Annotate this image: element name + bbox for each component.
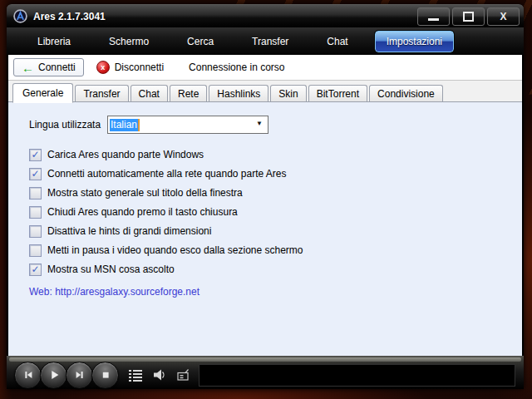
checkbox-label: Connetti automaticamente alla rete quand… [47, 168, 287, 180]
tab-generale[interactable]: Generale [12, 83, 73, 103]
check-icon: ✓ [31, 150, 39, 160]
minimize-icon [428, 18, 439, 21]
language-selected-value: Italian [110, 119, 140, 131]
general-settings-panel: Lingua utilizzata Italian ▼ ✓ Carica Are… [8, 102, 522, 356]
next-icon [73, 368, 86, 382]
maximize-button[interactable] [452, 7, 485, 26]
close-icon: X [500, 12, 506, 22]
connect-button[interactable]: ← Connetti [13, 58, 84, 76]
ares-logo-icon [13, 9, 27, 23]
close-button[interactable]: X [487, 7, 520, 26]
window-title: Ares 2.1.7.3041 [33, 11, 106, 22]
checkbox-label: Chiudi Ares quando premo il tasto chiusu… [47, 206, 238, 218]
check-icon: ✓ [31, 264, 39, 274]
checkbox-label: Mostra stato generale sul titolo della f… [47, 187, 243, 199]
next-track-button[interactable] [66, 362, 93, 389]
web-label: Web: [29, 286, 52, 298]
checkbox-row[interactable]: ✓ Carica Ares quando parte Windows [29, 149, 522, 160]
web-link-row: Web: http://aresgalaxy.sourceforge.net [29, 286, 522, 298]
player-display-panel [199, 364, 515, 387]
nav-tab-libreria[interactable]: Libreria [18, 36, 90, 47]
play-button[interactable] [40, 362, 67, 389]
checkbox-label: Metti in pausa i video quando esco dalla… [47, 244, 303, 256]
checkbox[interactable]: ✓ [29, 225, 42, 238]
tab-transfer[interactable]: Transfer [75, 85, 128, 102]
checkbox-label: Mostra su MSN cosa ascolto [47, 264, 175, 275]
checkbox[interactable]: ✓ [29, 149, 42, 161]
stop-icon [99, 368, 112, 382]
nav-tab-cerca[interactable]: Cerca [168, 36, 233, 47]
content-area: ← Connetti x Disconnetti Connessione in … [8, 55, 522, 356]
checkbox[interactable]: ✓ [29, 206, 42, 219]
player-mini-icons [129, 368, 190, 382]
previous-icon [22, 368, 35, 382]
checkbox[interactable]: ✓ [29, 187, 42, 200]
ares-window: Ares 2.1.7.3041 X Libreria Schermo Cerca… [7, 4, 524, 389]
playlist-icon[interactable] [129, 369, 142, 382]
checkbox[interactable]: ✓ [29, 264, 42, 276]
checkbox-row[interactable]: ✓ Connetti automaticamente alla rete qua… [29, 168, 522, 180]
stop-button[interactable] [91, 362, 119, 389]
checkbox-row[interactable]: ✓ Chiudi Ares quando premo il tasto chiu… [29, 206, 522, 218]
nav-tab-transfer[interactable]: Transfer [233, 36, 308, 47]
disconnect-label: Disconnetti [115, 62, 164, 73]
red-x-icon: x [96, 61, 110, 74]
tab-hashlinks[interactable]: Hashlinks [209, 85, 268, 102]
play-icon [47, 367, 62, 382]
checkbox[interactable]: ✓ [29, 244, 42, 257]
tab-skin[interactable]: Skin [270, 85, 306, 102]
radio-icon[interactable] [177, 369, 190, 382]
connection-status: Connessione in corso [189, 62, 284, 73]
checkbox-label: Carica Ares quando parte Windows [47, 149, 204, 160]
nav-tab-chat[interactable]: Chat [308, 36, 367, 47]
main-nav: Libreria Schermo Cerca Transfer Chat Imp… [7, 27, 524, 55]
chevron-down-icon: ▼ [256, 121, 263, 127]
checkbox-row[interactable]: ✓ Mostra su MSN cosa ascolto [29, 264, 522, 275]
media-player-bar [7, 356, 524, 389]
checkbox-label: Disattiva le hints di grandi dimensioni [47, 225, 211, 237]
window-controls: X [417, 7, 520, 26]
nav-tab-impostazioni[interactable]: Impostazioni [375, 31, 454, 52]
tab-bittorrent[interactable]: BitTorrent [308, 85, 367, 102]
settings-tabstrip: Generale Transfer Chat Rete Hashlinks Sk… [8, 80, 522, 102]
checkbox-row[interactable]: ✓ Metti in pausa i video quando esco dal… [29, 244, 522, 256]
website-link[interactable]: http://aresgalaxy.sourceforge.net [55, 286, 200, 298]
connect-label: Connetti [38, 62, 76, 73]
check-icon: ✓ [31, 169, 39, 179]
nav-tab-schermo[interactable]: Schermo [90, 36, 168, 47]
tab-chat[interactable]: Chat [131, 85, 168, 102]
tab-rete[interactable]: Rete [170, 85, 207, 102]
minimize-button[interactable] [417, 7, 450, 26]
title-bar[interactable]: Ares 2.1.7.3041 X [7, 4, 524, 27]
connection-toolbar: ← Connetti x Disconnetti Connessione in … [8, 55, 522, 80]
disconnect-button[interactable]: x Disconnetti [96, 61, 164, 74]
language-label: Lingua utilizzata [29, 119, 106, 131]
checkbox[interactable]: ✓ [29, 168, 42, 180]
volume-icon[interactable] [153, 368, 166, 382]
language-dropdown[interactable]: Italian ▼ [107, 116, 268, 134]
language-row: Lingua utilizzata Italian ▼ [29, 116, 522, 134]
previous-track-button[interactable] [14, 362, 42, 389]
tab-condivisione[interactable]: Condivisione [369, 85, 443, 102]
checkbox-row[interactable]: ✓ Disattiva le hints di grandi dimension… [29, 225, 522, 237]
checkbox-row[interactable]: ✓ Mostra stato generale sul titolo della… [29, 187, 522, 199]
green-arrow-icon: ← [22, 63, 34, 72]
maximize-icon [463, 12, 474, 22]
